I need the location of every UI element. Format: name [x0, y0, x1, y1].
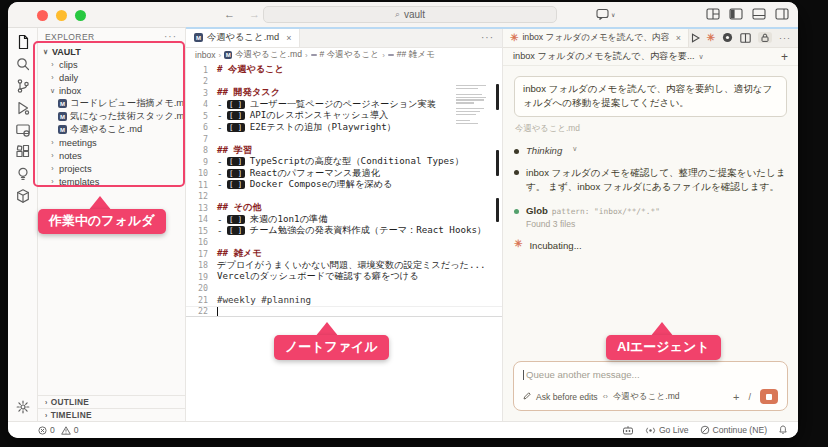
slash-command-button[interactable]: /	[748, 392, 751, 402]
breadcrumb-item[interactable]: inbox	[195, 50, 216, 60]
tree-item-label: templates	[59, 177, 99, 187]
breadcrumb[interactable]: inbox›M今週やること.md›# 今週やること›## 雑メモ	[186, 48, 502, 62]
new-chat-button[interactable]: +	[781, 50, 788, 64]
editor-line-22[interactable]: 22	[186, 306, 502, 318]
outline-section[interactable]: › OUTLINE	[38, 395, 185, 408]
chevron-right-icon: ›	[49, 178, 56, 185]
line-number: 17	[186, 249, 208, 259]
line-number: 4	[186, 99, 208, 109]
tree-item-file[interactable]: Mコードレビュー指摘メモ.md	[38, 97, 185, 110]
editor-line-1[interactable]: 1# 今週やること	[186, 64, 502, 76]
breadcrumb-item[interactable]: # 今週やること	[320, 49, 380, 61]
tree-item-projects[interactable]: ›projects	[38, 162, 185, 175]
line-content: -[ ]チーム勉強会の発表資料作成（テーマ：React Hooks）	[217, 224, 486, 237]
tree-item-inbox[interactable]: ∨inbox	[38, 84, 185, 97]
source-control-icon[interactable]	[13, 77, 33, 94]
editor-line-15[interactable]: 15-[ ]チーム勉強会の発表資料作成（テーマ：React Hooks）	[186, 225, 502, 237]
continue-button[interactable]: Continue (NE)	[700, 425, 767, 435]
checkbox-icon[interactable]: [ ]	[227, 111, 245, 120]
context-file-chip[interactable]: 今週やること.md	[613, 391, 680, 403]
thinking-label[interactable]: Thinking	[526, 145, 562, 156]
markdown-file-icon: M	[58, 112, 67, 121]
tree-item-meetings[interactable]: ›meetings	[38, 136, 185, 149]
tree-item-clips[interactable]: ›clips	[38, 58, 185, 71]
customize-layout-icon[interactable]	[706, 8, 720, 20]
tool-status-dot	[514, 209, 519, 214]
tree-item-notes[interactable]: ›notes	[38, 149, 185, 162]
chevron-right-icon: ›	[49, 74, 56, 81]
run-debug-icon[interactable]	[13, 99, 33, 116]
zoom-window-button[interactable]	[75, 10, 86, 21]
lock-icon[interactable]	[758, 32, 772, 43]
editor-more-actions-icon[interactable]: ···	[481, 28, 502, 47]
toggle-sidebar-left-icon[interactable]	[729, 8, 743, 20]
tree-item-daily[interactable]: ›daily	[38, 71, 185, 84]
editor-line-19[interactable]: 19Vercelのダッシュボードで確認する癖をつける	[186, 271, 502, 283]
toggle-panel-icon[interactable]	[752, 8, 766, 20]
line-number: 22	[186, 306, 208, 316]
explorer-more-icon[interactable]: ···	[164, 31, 177, 42]
close-tab-icon[interactable]: ×	[676, 33, 681, 43]
chevron-down-icon: ∨	[42, 48, 49, 56]
remote-window-icon[interactable]	[13, 121, 33, 138]
tree-item-file[interactable]: M気になった技術スタック.md	[38, 110, 185, 123]
stop-button[interactable]	[760, 389, 778, 404]
tool-args: pattern: "inbox/**/*.*"	[552, 207, 660, 216]
copilot-status-icon[interactable]	[622, 425, 634, 435]
breadcrumb-item[interactable]: ## 雑メモ	[397, 49, 435, 61]
more-actions-icon[interactable]: ···	[779, 33, 791, 43]
cube-icon[interactable]	[13, 187, 33, 204]
editor-line-11[interactable]: 11-[ ]Docker Composeの理解を深める	[186, 179, 502, 191]
line-number: 7	[186, 134, 208, 144]
traffic-lights	[37, 10, 86, 21]
tree-item-vault[interactable]: ∨VAULT	[38, 45, 185, 58]
command-center-search[interactable]: ⌕ vault	[263, 6, 557, 23]
tree-item-templates[interactable]: ›templates	[38, 175, 185, 188]
claude-icon[interactable]: ✳	[707, 33, 715, 43]
gear-icon[interactable]	[13, 398, 33, 415]
edit-mode-label[interactable]: Ask before edits	[536, 392, 598, 402]
split-editor-icon[interactable]	[740, 29, 751, 47]
search-icon[interactable]	[13, 55, 33, 72]
explorer-icon[interactable]	[13, 33, 33, 50]
editor-line-20[interactable]: 20	[186, 283, 502, 295]
toggle-sidebar-right-icon[interactable]	[775, 8, 789, 20]
close-tab-icon[interactable]: ×	[286, 33, 291, 43]
checkbox-icon[interactable]: [ ]	[227, 123, 245, 132]
checkbox-icon[interactable]: [ ]	[227, 157, 245, 166]
chat-input-placeholder: Queue another message...	[526, 369, 640, 380]
ai-session-tab[interactable]: ✳ inbox フォルダのメモを読んで、内容を要約し... ×	[503, 28, 689, 47]
breadcrumb-item[interactable]: 今週やること.md	[235, 49, 302, 61]
tool-name[interactable]: Glob	[526, 205, 548, 216]
go-live-button[interactable]: Go Live	[645, 425, 689, 435]
copilot-chat-button[interactable]: ∨	[596, 8, 615, 20]
settings-gear-icon[interactable]	[722, 29, 733, 47]
run-icon[interactable]	[691, 29, 700, 47]
back-icon[interactable]: ←	[224, 8, 235, 20]
problems-indicator[interactable]: 0 0	[38, 425, 79, 435]
code-editor[interactable]: 1# 今週やること23## 開発タスク4-[ ]ユーザー一覧ページのページネーシ…	[186, 62, 502, 421]
chat-input[interactable]: Queue another message... Ask before edit…	[513, 361, 788, 411]
editor-line-6[interactable]: 6-[ ]E2Eテストの追加（Playwright）	[186, 122, 502, 134]
timeline-section[interactable]: › TIMELINE	[38, 408, 185, 421]
attach-button[interactable]: +	[733, 391, 739, 403]
checkbox-icon[interactable]: [ ]	[227, 180, 245, 189]
minimap[interactable]	[456, 85, 489, 125]
tab-weekly-note[interactable]: M 今週やること.md ×	[186, 28, 300, 47]
session-selector[interactable]: inbox フォルダのメモを読んで、内容を要... ∨ +	[503, 48, 798, 66]
tree-item-file[interactable]: M今週やること.md	[38, 123, 185, 136]
extensions-icon[interactable]	[13, 143, 33, 160]
checkbox-icon[interactable]: [ ]	[227, 100, 245, 109]
chevron-down-icon: ∨	[572, 145, 577, 153]
lightbulb-icon[interactable]	[13, 165, 33, 182]
minimize-window-button[interactable]	[56, 10, 67, 21]
forward-icon[interactable]: →	[249, 8, 260, 20]
checkbox-icon[interactable]: [ ]	[227, 215, 245, 224]
line-number: 11	[186, 180, 208, 190]
close-window-button[interactable]	[37, 10, 48, 21]
spinner-asterisk-icon: ✳	[514, 239, 522, 249]
checkbox-icon[interactable]: [ ]	[227, 226, 245, 235]
notifications-bell-icon[interactable]	[778, 425, 788, 435]
editor-line-21[interactable]: 21#weekly #planning	[186, 294, 502, 306]
checkbox-icon[interactable]: [ ]	[227, 169, 245, 178]
